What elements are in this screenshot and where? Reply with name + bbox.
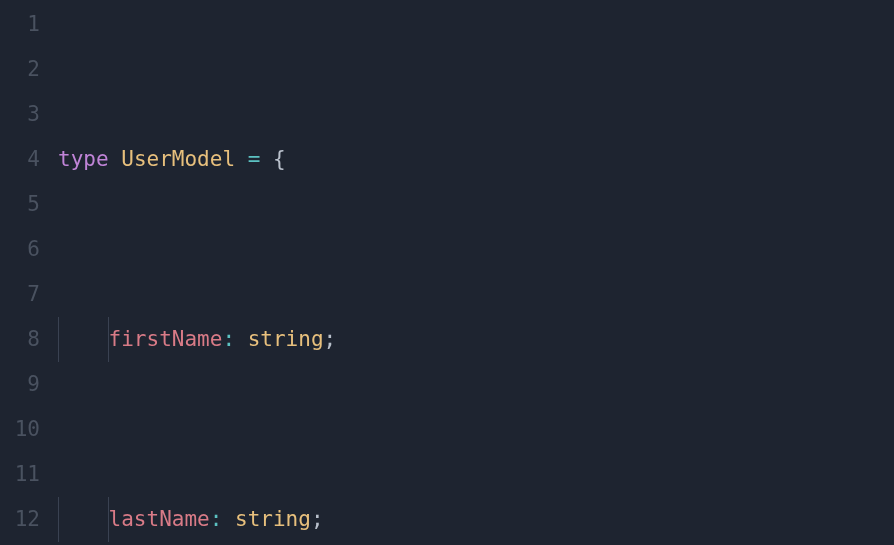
equals: = (248, 147, 261, 171)
code-line[interactable]: firstName: string; (58, 317, 894, 362)
line-number: 5 (0, 182, 40, 227)
line-number-gutter: 1 2 3 4 5 6 7 8 9 10 11 12 (0, 0, 58, 545)
line-number: 2 (0, 47, 40, 92)
type-name: UserModel (121, 147, 235, 171)
line-number: 12 (0, 497, 40, 542)
type-ref: string (248, 327, 324, 351)
keyword-type: type (58, 147, 109, 171)
line-number: 1 (0, 2, 40, 47)
code-line[interactable]: type UserModel = { (58, 137, 894, 182)
line-number: 4 (0, 137, 40, 182)
code-area[interactable]: type UserModel = { firstName: string; la… (58, 0, 894, 545)
line-number: 11 (0, 452, 40, 497)
line-number: 8 (0, 317, 40, 362)
line-number: 7 (0, 272, 40, 317)
type-ref: string (235, 507, 311, 531)
code-line[interactable]: lastName: string; (58, 497, 894, 542)
line-number: 10 (0, 407, 40, 452)
property: firstName (109, 327, 223, 351)
code-editor[interactable]: 1 2 3 4 5 6 7 8 9 10 11 12 type UserMode… (0, 0, 894, 545)
line-number: 9 (0, 362, 40, 407)
open-brace: { (273, 147, 286, 171)
line-number: 3 (0, 92, 40, 137)
property: lastName (109, 507, 210, 531)
line-number: 6 (0, 227, 40, 272)
